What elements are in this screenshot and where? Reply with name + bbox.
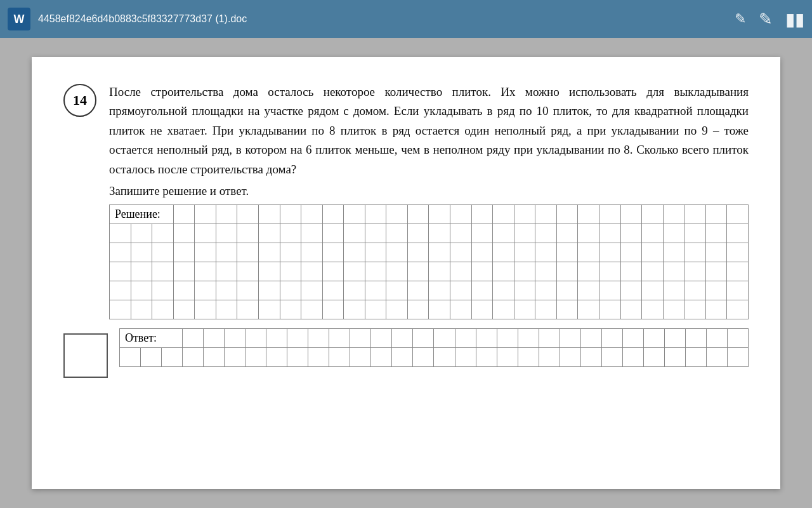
grid-cell[interactable]	[684, 262, 706, 281]
grid-cell[interactable]	[386, 300, 408, 319]
grid-cell[interactable]	[518, 328, 539, 347]
grid-cell[interactable]	[580, 347, 601, 366]
grid-cell[interactable]	[493, 204, 514, 224]
grid-cell[interactable]	[560, 328, 580, 347]
grid-cell[interactable]	[392, 347, 413, 366]
grid-cell[interactable]	[152, 262, 174, 281]
grid-cell[interactable]	[642, 262, 664, 281]
grid-cell[interactable]	[599, 224, 620, 243]
grid-cell[interactable]	[365, 204, 386, 224]
grid-cell[interactable]	[601, 328, 622, 347]
grid-cell[interactable]	[599, 300, 620, 319]
grid-cell[interactable]	[195, 300, 216, 319]
grid-cell[interactable]	[450, 204, 472, 224]
grid-cell[interactable]	[152, 300, 174, 319]
grid-cell[interactable]	[514, 300, 535, 319]
grid-cell[interactable]	[173, 262, 195, 281]
grid-cell[interactable]	[386, 262, 408, 281]
grid-cell[interactable]	[386, 204, 408, 224]
grid-cell[interactable]	[413, 328, 434, 347]
grid-cell[interactable]	[237, 243, 259, 262]
grid-cell[interactable]	[173, 281, 195, 300]
grid-cell[interactable]	[152, 224, 174, 243]
grid-cell[interactable]	[280, 300, 301, 319]
grid-cell[interactable]	[287, 347, 308, 366]
grid-cell[interactable]	[216, 262, 237, 281]
grid-cell[interactable]	[705, 224, 727, 243]
grid-cell[interactable]	[287, 328, 308, 347]
grid-cell[interactable]	[535, 204, 557, 224]
grid-cell[interactable]	[663, 262, 684, 281]
grid-cell[interactable]	[434, 328, 455, 347]
grid-cell[interactable]	[601, 347, 622, 366]
grid-cell[interactable]	[183, 328, 204, 347]
grid-cell[interactable]	[173, 243, 195, 262]
grid-cell[interactable]	[663, 300, 684, 319]
grid-cell[interactable]	[664, 328, 685, 347]
grid-cell[interactable]	[237, 224, 259, 243]
grid-cell[interactable]	[578, 281, 599, 300]
grid-cell[interactable]	[705, 281, 727, 300]
grid-cell[interactable]	[173, 204, 195, 224]
grid-cell[interactable]	[685, 347, 706, 366]
grid-cell[interactable]	[493, 262, 514, 281]
grid-cell[interactable]	[599, 281, 620, 300]
grid-cell[interactable]	[407, 204, 429, 224]
grid-cell[interactable]	[216, 224, 237, 243]
grid-cell[interactable]	[110, 243, 131, 262]
grid-cell[interactable]	[539, 347, 560, 366]
grid-cell[interactable]	[663, 243, 684, 262]
grid-cell[interactable]	[386, 224, 408, 243]
grid-cell[interactable]	[727, 347, 748, 366]
grid-cell[interactable]	[434, 347, 455, 366]
grid-cell[interactable]	[322, 204, 344, 224]
grid-cell[interactable]	[152, 243, 174, 262]
grid-cell[interactable]	[455, 328, 476, 347]
grid-cell[interactable]	[514, 204, 535, 224]
grid-cell[interactable]	[183, 347, 204, 366]
grid-cell[interactable]	[727, 262, 749, 281]
grid-cell[interactable]	[152, 281, 174, 300]
grid-cell[interactable]	[684, 281, 706, 300]
grid-cell[interactable]	[560, 347, 580, 366]
grid-cell[interactable]	[110, 281, 131, 300]
grid-cell[interactable]	[131, 243, 152, 262]
grid-cell[interactable]	[556, 243, 578, 262]
grid-cell[interactable]	[216, 204, 237, 224]
grid-cell[interactable]	[308, 347, 329, 366]
grid-cell[interactable]	[622, 347, 643, 366]
grid-cell[interactable]	[237, 281, 259, 300]
grid-cell[interactable]	[407, 262, 429, 281]
grid-cell[interactable]	[280, 243, 301, 262]
grid-cell[interactable]	[195, 281, 216, 300]
grid-cell[interactable]	[322, 281, 344, 300]
grid-cell[interactable]	[455, 347, 476, 366]
grid-cell[interactable]	[110, 224, 131, 243]
grid-cell[interactable]	[556, 204, 578, 224]
grid-cell[interactable]	[280, 224, 301, 243]
grid-cell[interactable]	[258, 204, 280, 224]
grid-cell[interactable]	[663, 204, 684, 224]
grid-cell[interactable]	[706, 347, 727, 366]
grid-cell[interactable]	[131, 224, 152, 243]
grid-cell[interactable]	[450, 243, 472, 262]
grid-cell[interactable]	[344, 300, 365, 319]
grid-cell[interactable]	[620, 262, 642, 281]
grid-cell[interactable]	[599, 243, 620, 262]
grid-cell[interactable]	[386, 281, 408, 300]
grid-cell[interactable]	[141, 347, 162, 366]
grid-cell[interactable]	[642, 224, 664, 243]
grid-cell[interactable]	[643, 328, 664, 347]
grid-cell[interactable]	[365, 224, 386, 243]
grid-cell[interactable]	[556, 224, 578, 243]
grid-cell[interactable]	[131, 262, 152, 281]
grid-cell[interactable]	[471, 262, 493, 281]
grid-cell[interactable]	[225, 328, 246, 347]
grid-cell[interactable]	[476, 347, 497, 366]
grid-cell[interactable]	[344, 262, 365, 281]
grid-cell[interactable]	[642, 300, 664, 319]
grid-cell[interactable]	[246, 328, 266, 347]
grid-cell[interactable]	[280, 204, 301, 224]
grid-cell[interactable]	[429, 204, 450, 224]
grid-cell[interactable]	[365, 243, 386, 262]
